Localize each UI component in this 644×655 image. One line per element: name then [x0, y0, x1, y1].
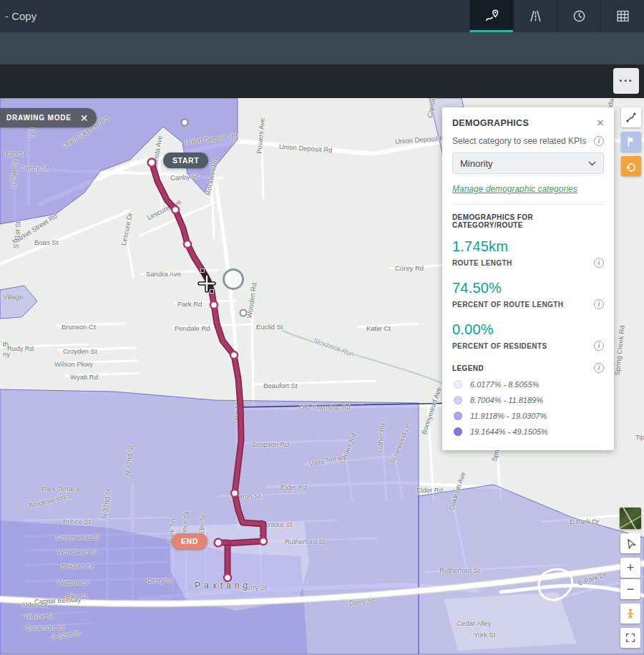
route-end-badge: END — [172, 533, 208, 549]
pegman-button[interactable] — [620, 603, 640, 624]
manage-categories-link[interactable]: Manage demographic categories — [452, 184, 577, 194]
clock-icon — [572, 9, 587, 24]
curved-arrow-icon — [625, 160, 638, 173]
legend-title: LEGEND — [452, 364, 484, 372]
category-select[interactable]: Minority — [452, 152, 604, 174]
legend-item: 19.1644% - 49.1505% — [454, 427, 602, 436]
flag-tool-button[interactable] — [621, 132, 641, 152]
demographics-panel: DEMOGRAPHICS × Select category to see re… — [442, 107, 614, 450]
fullscreen-icon — [624, 631, 637, 644]
my-location-button[interactable] — [620, 533, 640, 553]
demographic-region — [444, 592, 577, 651]
legend-color-dot — [454, 396, 462, 404]
sub-header-bar — [0, 32, 644, 64]
panel-subtitle: Select category to see related KPIs — [452, 136, 586, 146]
tab-table[interactable] — [600, 0, 644, 32]
zoom-in-button[interactable]: + — [620, 558, 640, 578]
kpi-value: 1.745km — [452, 238, 604, 255]
legend-color-dot — [454, 412, 462, 420]
grid-icon — [615, 9, 630, 24]
panel-title: DEMOGRAPHICS — [452, 118, 529, 128]
title-bar: - Copy — [0, 0, 644, 32]
info-icon[interactable]: i — [594, 136, 604, 146]
more-options-button[interactable]: ··· — [613, 68, 639, 94]
legend-list: 6.0177% - 8.5055%8.7004% - 11.8189%11.91… — [452, 380, 604, 436]
legend-label: 6.0177% - 8.5055% — [470, 380, 540, 389]
kpi-label: ROUTE LENGTH — [452, 259, 512, 267]
kpi-list: 1.745kmROUTE LENGTHi74.50%PERCENT OF ROU… — [452, 238, 604, 351]
legend-color-dot — [454, 380, 462, 389]
kpi-percent-residents: 0.00%PERCENT OF RESIDENTSi — [452, 321, 604, 351]
demographic-region — [0, 286, 37, 319]
legend-item: 6.0177% - 8.5055% — [454, 380, 602, 389]
chevron-down-icon — [588, 161, 596, 166]
pegman-icon — [624, 607, 637, 620]
legend-item: 8.7004% - 11.8189% — [454, 396, 602, 404]
category-select-value: Minority — [460, 158, 493, 169]
route-pin-icon — [484, 8, 499, 23]
map-circle-marker[interactable] — [223, 268, 244, 290]
toolbar: ··· — [0, 64, 644, 98]
measure-route-button[interactable] — [621, 107, 641, 127]
info-icon[interactable]: i — [594, 363, 604, 373]
legend-label: 11.9118% - 19.0307% — [470, 412, 547, 420]
location-arrow-icon — [624, 537, 637, 550]
drawing-mode-label: DRAWING MODE — [6, 114, 72, 122]
info-icon[interactable]: i — [594, 299, 604, 309]
legend-color-dot — [454, 427, 462, 436]
draw-area-button[interactable] — [621, 156, 641, 176]
drawing-mode-close-icon[interactable]: ✕ — [80, 112, 89, 124]
kpi-route-length: 1.745kmROUTE LENGTHi — [452, 238, 604, 268]
map[interactable]: Union Deposit RdUnion Deposit RdUnion De… — [0, 98, 644, 655]
flag-icon — [625, 135, 638, 148]
kpi-label: PERCENT OF RESIDENTS — [452, 342, 547, 350]
kpi-percent-route-length: 74.50%PERCENT OF ROUTE LENGTHi — [452, 280, 604, 309]
draw-tools — [621, 107, 641, 176]
route-start-badge: START — [163, 152, 208, 168]
kpi-label: PERCENT OF ROUTE LENGTH — [452, 301, 563, 309]
zoom-out-button[interactable]: − — [620, 579, 640, 599]
map-controls: + − — [620, 508, 641, 648]
panel-close-icon[interactable]: × — [597, 117, 604, 129]
kpi-value: 0.00% — [452, 321, 604, 338]
satellite-view-toggle[interactable] — [620, 508, 641, 529]
legend-label: 8.7004% - 11.8189% — [470, 396, 543, 404]
tab-road[interactable] — [513, 0, 557, 32]
document-title: - Copy — [0, 10, 469, 22]
road-icon — [528, 9, 543, 24]
section-title: DEMOGRAPHICS FOR CATEGORY/ROUTE — [452, 213, 604, 229]
info-icon[interactable]: i — [594, 258, 604, 268]
legend-label: 19.1644% - 49.1505% — [470, 427, 548, 436]
kpi-value: 74.50% — [452, 280, 604, 296]
drawing-mode-banner: DRAWING MODE ✕ — [0, 108, 97, 127]
polyline-icon — [625, 111, 638, 124]
header-tabs — [469, 0, 644, 32]
legend-item: 11.9118% - 19.0307% — [454, 412, 602, 420]
tab-history[interactable] — [557, 0, 600, 32]
tab-route[interactable] — [469, 0, 513, 32]
info-icon[interactable]: i — [594, 341, 604, 351]
fullscreen-button[interactable] — [620, 628, 640, 648]
